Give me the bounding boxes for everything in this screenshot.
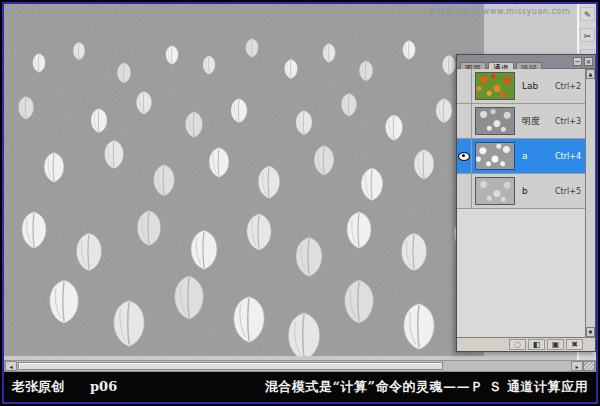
- channel-name: a: [522, 151, 555, 161]
- channel-row-b[interactable]: bCtrl+5: [457, 174, 585, 209]
- horizontal-scrollbar[interactable]: ◂ ▸: [4, 360, 596, 372]
- channel-shortcut: Ctrl+5: [555, 187, 581, 196]
- watermark-text: 老张设计在线 www.missyuan.com: [429, 6, 570, 17]
- caption-title: 混合模式是“计算”命令的灵魂——Ｐ Ｓ 通道计算应用: [265, 378, 588, 396]
- channel-thumbnail: [475, 72, 515, 100]
- visibility-toggle[interactable]: [457, 174, 472, 208]
- screenshot-frame: 老张设计在线 www.missyuan.com ✎✂▦◨ 图层通道路径 − × …: [0, 0, 600, 406]
- visibility-toggle[interactable]: [457, 69, 472, 103]
- resize-grip[interactable]: [583, 361, 595, 371]
- pen-tool-icon[interactable]: ✎: [580, 7, 595, 21]
- channel-list: LabCtrl+2明度Ctrl+3aCtrl+4bCtrl+5: [457, 69, 585, 337]
- channel-row-明度[interactable]: 明度Ctrl+3: [457, 104, 585, 139]
- load-channel-as-selection-button[interactable]: ◌: [509, 339, 526, 350]
- caption-bar: 老张原创 p06 混合模式是“计算”命令的灵魂——Ｐ Ｓ 通道计算应用: [4, 372, 596, 402]
- horizontal-scroll-thumb[interactable]: [18, 362, 443, 370]
- channel-name: Lab: [522, 81, 555, 91]
- scroll-down-icon[interactable]: ▼: [586, 327, 595, 337]
- scroll-up-icon[interactable]: ▲: [586, 69, 595, 79]
- channel-thumbnail: [475, 177, 515, 205]
- channel-name: 明度: [522, 115, 555, 128]
- panel-window-buttons: − ×: [573, 57, 593, 66]
- channel-shortcut: Ctrl+3: [555, 117, 581, 126]
- minimize-icon[interactable]: −: [573, 57, 582, 66]
- crop-tool-icon[interactable]: ✂: [580, 28, 595, 42]
- eye-icon: [458, 152, 470, 161]
- save-selection-as-channel-button[interactable]: ◧: [528, 339, 545, 350]
- caption-author: 老张原创 p06: [12, 378, 117, 396]
- channel-shortcut: Ctrl+4: [555, 152, 581, 161]
- channel-thumbnail: [475, 107, 515, 135]
- panel-tab-bar: 图层通道路径 − ×: [457, 55, 595, 69]
- channel-row-Lab[interactable]: LabCtrl+2: [457, 69, 585, 104]
- delete-channel-button[interactable]: ✖: [566, 339, 583, 350]
- channel-row-a[interactable]: aCtrl+4: [457, 139, 585, 174]
- channels-panel: 图层通道路径 − × LabCtrl+2明度Ctrl+3aCtrl+4bCtrl…: [456, 54, 596, 352]
- scroll-right-icon[interactable]: ▸: [571, 361, 583, 371]
- visibility-toggle[interactable]: [457, 104, 472, 138]
- tulip-photo-grayscale: [4, 4, 484, 356]
- visibility-toggle[interactable]: [457, 139, 472, 173]
- panel-bottom-bar: ◌◧▣✖: [457, 337, 595, 351]
- channel-name: b: [522, 186, 555, 196]
- photoshop-window: 老张设计在线 www.missyuan.com ✎✂▦◨ 图层通道路径 − × …: [2, 2, 598, 404]
- panel-vertical-scrollbar[interactable]: ▲ ▼: [585, 69, 595, 337]
- close-icon[interactable]: ×: [584, 57, 593, 66]
- scroll-left-icon[interactable]: ◂: [5, 361, 17, 371]
- new-channel-button[interactable]: ▣: [547, 339, 564, 350]
- channel-shortcut: Ctrl+2: [555, 82, 581, 91]
- channel-thumbnail: [475, 142, 515, 170]
